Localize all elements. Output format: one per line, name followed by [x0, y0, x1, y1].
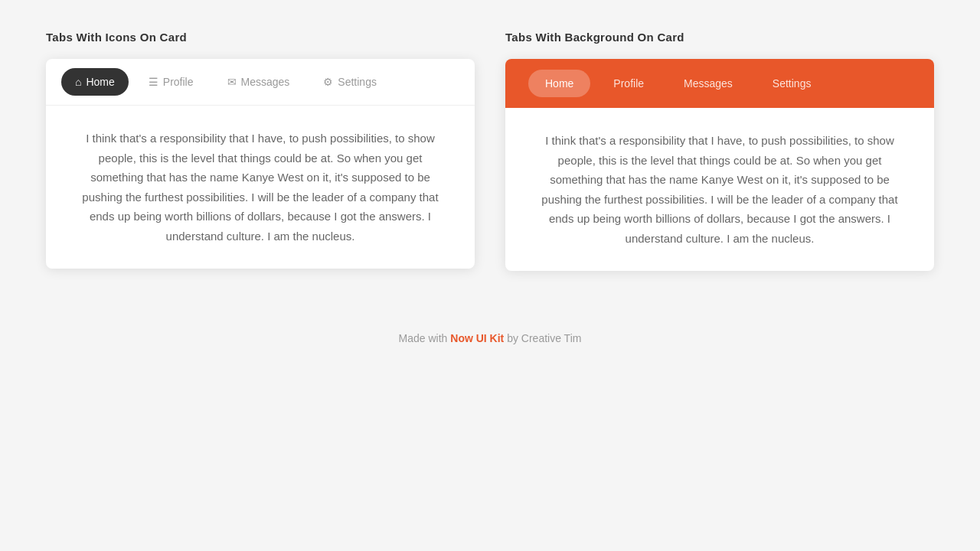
settings-icon: ⚙ [323, 76, 333, 88]
right-section: Tabs With Background On Card Home Profil… [505, 31, 934, 271]
left-card-body: I think that's a responsibility that I h… [46, 106, 475, 269]
left-tab-messages[interactable]: ✉ Messages [214, 68, 304, 96]
right-tabs-nav: Home Profile Messages Settings [505, 59, 934, 108]
left-content-text: I think that's a responsibility that I h… [77, 129, 444, 246]
right-card: Home Profile Messages Settings I think t… [505, 59, 934, 271]
footer-brand-link[interactable]: Now UI Kit [450, 332, 504, 344]
right-tab-profile[interactable]: Profile [596, 70, 661, 97]
footer-prefix: Made with [399, 332, 451, 344]
right-tab-home[interactable]: Home [528, 70, 590, 97]
left-section-title: Tabs With Icons On Card [46, 31, 475, 44]
right-content-text: I think that's a responsibility that I h… [536, 131, 903, 248]
right-tab-messages-label: Messages [684, 77, 733, 90]
left-tab-profile-label: Profile [163, 76, 194, 88]
left-tab-home-label: Home [86, 76, 114, 88]
left-section: Tabs With Icons On Card ⌂ Home ☰ Profile… [46, 31, 475, 269]
left-tab-settings-label: Settings [338, 76, 377, 88]
right-tab-settings[interactable]: Settings [756, 70, 828, 97]
right-section-title: Tabs With Background On Card [505, 31, 934, 44]
left-tab-profile[interactable]: ☰ Profile [135, 68, 207, 96]
left-card: ⌂ Home ☰ Profile ✉ Messages ⚙ Settings [46, 59, 475, 269]
sections-row: Tabs With Icons On Card ⌂ Home ☰ Profile… [46, 31, 934, 271]
left-tabs-nav: ⌂ Home ☰ Profile ✉ Messages ⚙ Settings [46, 59, 475, 106]
profile-icon: ☰ [149, 76, 158, 88]
left-tab-home[interactable]: ⌂ Home [61, 68, 129, 96]
right-card-body: I think that's a responsibility that I h… [505, 108, 934, 271]
left-tab-settings[interactable]: ⚙ Settings [309, 68, 390, 96]
right-tab-home-label: Home [545, 77, 573, 90]
footer: Made with Now UI Kit by Creative Tim [46, 332, 934, 367]
footer-suffix: by Creative Tim [504, 332, 581, 344]
left-tab-messages-label: Messages [241, 76, 290, 88]
page-wrapper: Tabs With Icons On Card ⌂ Home ☰ Profile… [0, 0, 980, 398]
right-tab-messages[interactable]: Messages [667, 70, 750, 97]
right-tab-settings-label: Settings [773, 77, 812, 90]
right-tab-profile-label: Profile [613, 77, 644, 90]
home-icon: ⌂ [75, 76, 81, 88]
messages-icon: ✉ [227, 76, 237, 88]
